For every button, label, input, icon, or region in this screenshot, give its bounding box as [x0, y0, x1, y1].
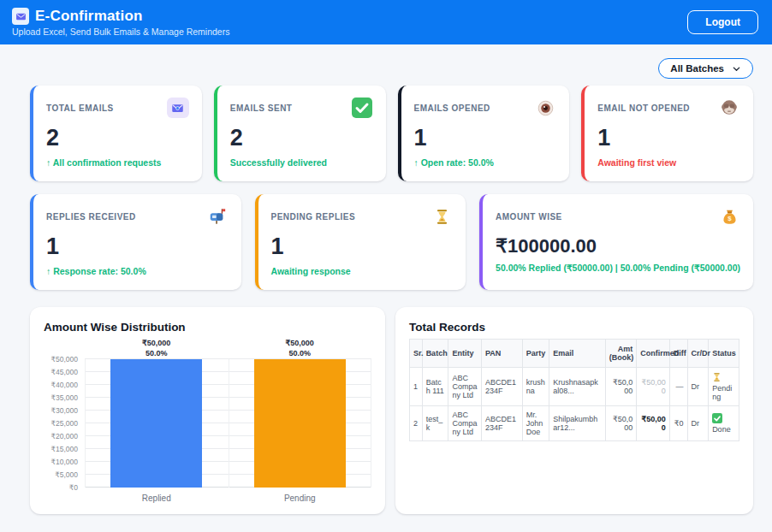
stat-card-pending-replies: PENDING REPLIES 1 Awaiting response [255, 194, 466, 290]
cell-confirmed: ₹50,000 [637, 368, 670, 406]
status-label: Pending [712, 384, 735, 401]
cell-entity: ABC Company Ltd [448, 368, 482, 406]
stat-card-value: 1 [414, 126, 557, 151]
column-header: Cr/Dr [687, 340, 709, 368]
chart-bar-labels: ₹50,00050.0%₹50,00050.0% [85, 339, 371, 359]
status-label: Done [712, 425, 735, 434]
column-header: Status [709, 340, 739, 368]
stat-card-total-emails: TOTAL EMAILS 2 ↑ All confirmation reques… [30, 86, 202, 181]
column-header: Amt (Book) [605, 340, 637, 368]
column-header: Entity [448, 340, 482, 368]
y-tick-label: ₹40,000 [51, 381, 78, 389]
app-title: E-Confirmation [35, 8, 143, 25]
y-tick-label: ₹10,000 [51, 458, 78, 466]
column-header: Sr. [410, 340, 423, 368]
cell-entity: ABC Company Ltd [448, 406, 482, 441]
batch-filter-label: All Batches [670, 63, 724, 74]
stat-card-subtitle: ↑ Response rate: 50.0% [46, 266, 229, 276]
stat-card-label: EMAILS SENT [230, 103, 293, 113]
email-icon [12, 8, 29, 25]
x-tick-label: Replied [85, 494, 229, 503]
app-header-left: E-Confirmation Upload Excel, Send Bulk E… [12, 8, 229, 37]
chart-title: Amount Wise Distribution [44, 321, 371, 334]
y-tick-label: ₹15,000 [51, 445, 78, 453]
column-header: PAN [481, 340, 522, 368]
main-content: All Batches TOTAL EMAILS 2 ↑ All confirm… [0, 44, 772, 514]
cell-sr: 2 [410, 406, 423, 441]
chart-x-axis: RepliedPending [85, 494, 371, 503]
app-header: E-Confirmation Upload Excel, Send Bulk E… [0, 0, 772, 44]
cell-amt_book: ₹50,000 [605, 406, 637, 441]
chart-plot [85, 359, 371, 488]
hourglass-icon [712, 372, 735, 382]
chart-bars [85, 359, 371, 488]
y-tick-label: ₹50,000 [51, 355, 78, 364]
dashboard-page: E-Confirmation Upload Excel, Send Bulk E… [0, 0, 772, 532]
cell-diff: — [669, 368, 687, 406]
money-bag-icon: $ [718, 206, 740, 227]
email-icon [167, 98, 189, 118]
total-records-panel: Total Records Sr.BatchEntityPANPartyEmai… [395, 307, 753, 514]
cell-amt_book: ₹50,000 [605, 368, 637, 406]
stat-card-subtitle: Successfully delivered [230, 157, 373, 168]
bar-pending [254, 359, 346, 488]
stat-card-subtitle: ↑ All confirmation requests [46, 157, 189, 168]
cell-diff: ₹0 [669, 406, 687, 441]
stat-card-amount-wise: AMOUNT WISE $ ₹100000.00 50.00% Replied … [479, 194, 753, 290]
cell-status: Pending [709, 368, 739, 406]
stat-card-label: AMOUNT WISE [496, 212, 562, 222]
stat-card-label: REPLIES RECEIVED [46, 212, 136, 222]
stat-card-emails-sent: EMAILS SENT 2 Successfully delivered [214, 86, 386, 181]
chart-y-axis: ₹0₹5,000₹10,000₹15,000₹20,000₹25,000₹30,… [44, 359, 85, 488]
table-title: Total Records [409, 321, 739, 334]
stat-card-subtitle: Awaiting first view [597, 157, 740, 168]
check-icon [712, 413, 735, 423]
stat-card-subtitle: ↑ Open rate: 50.0% [414, 157, 557, 168]
stat-card-value: 1 [271, 234, 454, 260]
column-header: Batch [422, 340, 448, 368]
stat-card-value: ₹100000.00 [496, 236, 740, 257]
stat-card-value: 1 [46, 234, 229, 260]
cell-party: Mr. John Doe [522, 406, 549, 441]
stat-card-value: 2 [230, 126, 373, 151]
cell-batch: Batch 111 [422, 368, 448, 406]
bar-replied [110, 359, 202, 488]
y-tick-label: ₹5,000 [55, 470, 78, 479]
stat-card-emails-opened: EMAILS OPENED 1 ↑ Open rate: 50.0% [398, 86, 570, 181]
y-tick-label: ₹35,000 [51, 393, 78, 402]
y-tick-label: ₹45,000 [51, 368, 78, 376]
y-tick-label: ₹25,000 [51, 419, 78, 428]
mailbox-icon [206, 206, 229, 227]
cell-batch: test_k [422, 406, 448, 441]
stat-card-subtitle: Awaiting response [271, 266, 454, 276]
hourglass-icon [431, 206, 453, 227]
stat-card-label: EMAILS OPENED [414, 103, 490, 113]
y-tick-label: ₹30,000 [51, 406, 78, 415]
column-header: Confirmed [637, 340, 670, 368]
column-header: Email [549, 340, 605, 368]
logout-button[interactable]: Logout [687, 10, 758, 34]
bar-chart: ₹50,00050.0%₹50,00050.0% ₹0₹5,000₹10,000… [44, 339, 371, 503]
y-tick-label: ₹20,000 [51, 432, 78, 440]
cell-email: Krushnasapkal08... [549, 368, 605, 406]
stat-card-label: EMAIL NOT OPENED [597, 103, 690, 113]
amount-wise-distribution-panel: Amount Wise Distribution ₹50,00050.0%₹50… [30, 307, 385, 514]
check-icon [351, 98, 373, 118]
stat-card-value: 2 [46, 126, 189, 151]
chevron-down-icon [732, 64, 741, 74]
batch-filter-dropdown[interactable]: All Batches [658, 58, 753, 79]
app-subtitle: Upload Excel, Send Bulk Emails & Manage … [12, 27, 229, 37]
column-header: Party [522, 340, 549, 368]
cell-party: krushna [522, 368, 549, 406]
stat-card-label: TOTAL EMAILS [46, 103, 114, 113]
stat-card-value: 1 [597, 126, 740, 151]
cell-status: Done [709, 406, 739, 441]
y-tick-label: ₹0 [69, 483, 78, 492]
bar-data-label: ₹50,00050.0% [229, 339, 372, 359]
cell-pan: ABCDE1234F [481, 368, 522, 406]
see-no-evil-monkey-icon [718, 98, 740, 118]
cell-sr: 1 [410, 368, 423, 406]
cell-crdr: Dr [687, 368, 709, 406]
cell-crdr: Dr [687, 406, 709, 441]
stat-card-replies-received: REPLIES RECEIVED 1 ↑ Response rate: 50.0… [30, 194, 241, 290]
